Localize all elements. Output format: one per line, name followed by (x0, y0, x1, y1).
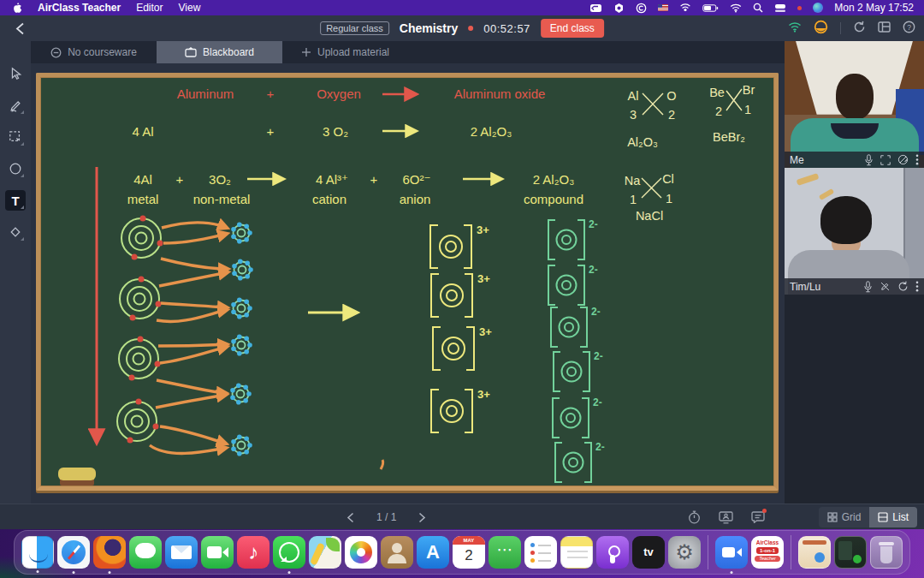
dock-firefox[interactable] (93, 536, 126, 569)
fullscreen-icon[interactable] (880, 155, 891, 165)
me-video-frame (785, 41, 924, 168)
video-tile-student[interactable]: Tim/Lu (785, 168, 924, 295)
dock-facetime[interactable] (201, 536, 234, 569)
dock-minimized-window-2[interactable] (834, 536, 867, 569)
pointer-tool[interactable] (5, 63, 26, 84)
chat-icon[interactable] (751, 511, 765, 523)
menu-bar-clock[interactable]: Mon 2 May 17:52 (834, 2, 914, 14)
siri-icon[interactable] (813, 3, 823, 13)
al-ion-charge: 3+ (477, 223, 489, 236)
dock-finder[interactable] (21, 536, 54, 569)
annotate-permission-icon[interactable] (897, 154, 909, 165)
dock-maps[interactable] (309, 536, 341, 569)
tab-upload-material-label: Upload material (317, 46, 389, 58)
calendar-day: 2 (453, 545, 485, 569)
screen-share-icon[interactable] (719, 511, 733, 524)
ionic-equation: 4Al metal + 3O₂ non-metal 4 Al³⁺ cation … (127, 172, 583, 206)
tab-no-courseware-label: No courseware (68, 46, 137, 58)
apple-logo-icon[interactable] (12, 2, 22, 14)
cc-nacl-b: Cl (662, 172, 674, 186)
dock-wechat[interactable] (489, 536, 521, 569)
eraser-tool[interactable] (5, 222, 26, 242)
participant-name: Me (790, 154, 804, 166)
screen: AirClass Teacher Editor View (0, 0, 924, 578)
grid-view-button[interactable]: Grid (819, 507, 870, 527)
prev-page-button[interactable] (346, 512, 354, 523)
dock-system-preferences[interactable] (668, 536, 701, 569)
dock-whatsapp[interactable] (273, 536, 305, 569)
timer-icon[interactable] (688, 510, 701, 524)
ionic-t1: 4Al (133, 172, 152, 187)
dock-minimized-window-1[interactable] (798, 536, 831, 569)
o-ion-charge: 2- (594, 350, 603, 362)
list-view-button[interactable]: List (869, 507, 917, 527)
battery-icon[interactable] (702, 2, 719, 14)
app-badge-icon[interactable] (613, 2, 625, 14)
pen-tool[interactable] (5, 95, 26, 116)
active-app-name[interactable]: AirClass Teacher (38, 2, 121, 14)
help-icon[interactable]: ? (903, 21, 915, 37)
dock-messages[interactable] (129, 536, 162, 569)
word-eq-reactant2: Oxygen (317, 86, 361, 101)
page-navigation: 1 / 1 (346, 504, 426, 530)
dock-contacts[interactable] (381, 536, 413, 569)
dock-notes[interactable] (560, 536, 593, 569)
dock-podcasts[interactable] (596, 536, 629, 569)
dock-safari[interactable] (57, 536, 90, 569)
tab-no-courseware[interactable]: No courseware (31, 41, 157, 63)
more-options-icon[interactable] (915, 154, 919, 165)
page-indicator: 1 / 1 (376, 511, 396, 523)
ionic-t3: 4 Al³⁺ (316, 172, 348, 187)
spotlight-search-icon[interactable] (753, 2, 763, 14)
dock-photos[interactable] (345, 536, 377, 569)
camera-toggle-icon[interactable] (814, 20, 828, 38)
blackboard-surface[interactable]: Aluminum + Oxygen Aluminum oxide 4 Al + … (36, 73, 779, 491)
student-hair (820, 196, 872, 244)
al-ion-charge: 3+ (479, 325, 492, 338)
cc-nacl-an: 1 (630, 193, 637, 206)
screen-mirroring-icon[interactable] (679, 2, 691, 14)
o-ion-charge: 2- (595, 441, 605, 453)
o-ion-charge: 2- (589, 264, 598, 276)
circled-c-icon[interactable] (636, 2, 647, 14)
back-button[interactable] (10, 19, 29, 38)
network-status-icon[interactable] (788, 21, 802, 36)
mic-icon[interactable] (863, 281, 873, 293)
menu-editor[interactable]: Editor (136, 2, 163, 14)
o-ion-charge: 2- (589, 218, 598, 230)
input-source-flag-icon[interactable] (658, 4, 668, 11)
o-ion-charge: 2- (591, 306, 601, 318)
ionic-l3: cation (312, 192, 346, 206)
tab-blackboard[interactable]: Blackboard (157, 41, 282, 63)
screen-record-icon[interactable] (589, 2, 602, 14)
dock-mail[interactable] (165, 536, 198, 569)
select-tool[interactable] (5, 127, 26, 147)
dock-music[interactable] (237, 536, 270, 569)
layout-switch-icon[interactable] (878, 21, 891, 36)
dock-trash[interactable] (870, 536, 903, 569)
shape-tool[interactable] (5, 158, 26, 179)
tab-upload-material[interactable]: Upload material (282, 41, 408, 63)
mic-icon[interactable] (864, 154, 874, 166)
refresh-icon[interactable] (897, 281, 909, 292)
formula-eq-product: 2 Al₂O₃ (471, 124, 512, 139)
dock-tv[interactable]: tv (632, 536, 665, 569)
dock-app-store[interactable]: A (417, 536, 449, 569)
end-class-button[interactable]: End class (541, 19, 604, 38)
menu-view[interactable]: View (179, 2, 201, 14)
more-options-icon[interactable] (915, 281, 919, 292)
wifi-icon[interactable] (730, 2, 742, 14)
refresh-icon[interactable] (853, 21, 866, 37)
al-ion-charge: 3+ (477, 272, 490, 285)
chat-notification-dot (762, 509, 767, 513)
next-page-button[interactable] (418, 512, 426, 523)
draw-disabled-icon[interactable] (880, 281, 891, 292)
dock-zoom[interactable] (715, 536, 748, 569)
dock-calendar[interactable]: MAY 2 (453, 536, 485, 569)
dock-airclass[interactable]: AirClass 1-on-1 Teacher (751, 536, 784, 569)
text-tool[interactable]: T (5, 190, 26, 211)
word-eq-plus: + (267, 86, 275, 101)
display-preferences-icon[interactable] (774, 2, 786, 14)
dock-reminders[interactable] (524, 536, 557, 569)
video-tile-me[interactable]: Me (785, 41, 924, 168)
